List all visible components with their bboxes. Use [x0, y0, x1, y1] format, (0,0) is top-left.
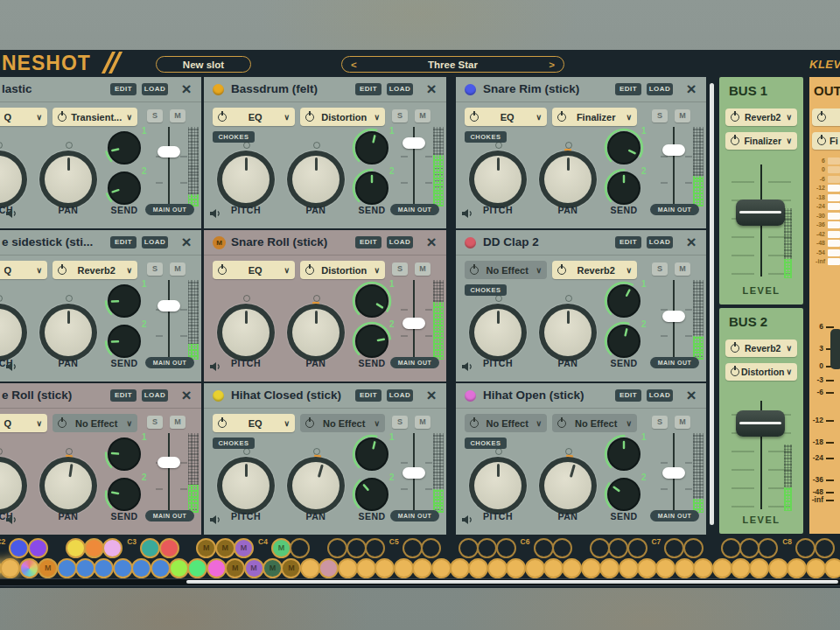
chokes-badge[interactable]: CHOKES [213, 438, 255, 449]
solo-button[interactable]: S [392, 416, 408, 429]
white-key[interactable] [394, 558, 414, 578]
black-key[interactable] [496, 538, 516, 558]
fx-dropdown[interactable]: No Effect∨ [552, 414, 637, 432]
main-out-selector[interactable]: MAIN OUT [650, 204, 699, 215]
black-key[interactable] [590, 538, 610, 558]
speaker-icon[interactable] [461, 513, 473, 528]
send2-knob[interactable] [603, 473, 645, 515]
edit-button[interactable]: EDIT [615, 389, 641, 402]
white-key[interactable] [356, 558, 376, 578]
pan-knob[interactable] [287, 457, 345, 514]
edit-button[interactable]: EDIT [355, 236, 382, 248]
volume-slider-handle[interactable] [662, 467, 685, 479]
solo-button[interactable]: S [392, 262, 408, 276]
volume-slider-handle[interactable] [402, 137, 425, 149]
chokes-badge[interactable]: CHOKES [213, 131, 255, 143]
white-key[interactable] [374, 558, 395, 578]
load-button[interactable]: LOAD [387, 389, 413, 402]
output-fx-dropdown[interactable]: Fi [812, 132, 840, 150]
load-button[interactable]: LOAD [142, 236, 168, 248]
send2-knob[interactable] [351, 167, 393, 209]
speaker-icon[interactable] [209, 513, 221, 528]
black-key[interactable] [552, 538, 572, 558]
speaker-icon[interactable] [5, 513, 18, 528]
vertical-scrollbar[interactable] [710, 83, 714, 525]
pitch-knob[interactable] [217, 304, 275, 361]
close-icon[interactable]: × [683, 79, 699, 100]
white-key[interactable] [637, 558, 657, 578]
black-key[interactable] [28, 538, 48, 558]
white-key[interactable]: M [244, 558, 264, 578]
black-key[interactable]: M [215, 538, 235, 558]
mute-button[interactable]: M [170, 416, 186, 429]
bus-fader-handle[interactable] [736, 410, 785, 437]
white-key[interactable] [187, 558, 207, 578]
white-key[interactable] [675, 558, 695, 578]
volume-slider-handle[interactable] [662, 311, 685, 322]
horizontal-scrollbar[interactable] [0, 578, 840, 586]
speaker-icon[interactable] [5, 206, 18, 222]
white-key[interactable] [468, 558, 488, 578]
speaker-icon[interactable] [209, 360, 221, 375]
white-key[interactable] [318, 558, 339, 578]
black-key[interactable] [365, 538, 385, 558]
white-key[interactable] [731, 558, 751, 578]
white-key[interactable] [693, 558, 713, 578]
send2-knob[interactable] [603, 167, 645, 209]
main-out-selector[interactable]: MAIN OUT [390, 357, 439, 368]
solo-button[interactable]: S [652, 109, 668, 122]
fx-dropdown[interactable]: Reverb2∨ [52, 261, 137, 279]
pan-knob[interactable] [539, 457, 597, 514]
bus-fx-dropdown[interactable]: Reverb2∨ [725, 108, 797, 126]
white-key[interactable] [712, 558, 732, 578]
volume-slider-track[interactable] [168, 127, 170, 206]
fx-dropdown[interactable]: EQ∨ [465, 108, 547, 126]
volume-slider-handle[interactable] [402, 318, 425, 329]
preset-selector[interactable]: < Three Star > [341, 56, 564, 73]
volume-slider-handle[interactable] [158, 300, 180, 312]
white-key[interactable] [806, 558, 826, 578]
chokes-badge[interactable]: CHOKES [465, 131, 507, 143]
white-key[interactable] [749, 558, 769, 578]
pitch-knob[interactable] [469, 150, 527, 208]
white-key[interactable] [169, 558, 189, 578]
white-key[interactable] [599, 558, 620, 578]
white-key[interactable] [787, 558, 807, 578]
master-fader-handle[interactable] [830, 329, 840, 369]
black-key[interactable]: M [196, 538, 216, 558]
main-out-selector[interactable]: MAIN OUT [145, 357, 194, 368]
black-key[interactable] [608, 538, 628, 558]
main-out-selector[interactable]: MAIN OUT [390, 510, 439, 522]
black-key[interactable] [683, 538, 704, 558]
main-out-selector[interactable]: MAIN OUT [145, 204, 194, 215]
pitch-knob[interactable] [0, 304, 27, 361]
black-key[interactable] [739, 538, 760, 558]
white-key[interactable]: M [281, 558, 301, 578]
mute-button[interactable]: M [415, 262, 430, 276]
black-key[interactable] [66, 538, 86, 558]
white-key[interactable] [131, 558, 151, 578]
black-key[interactable]: M [271, 538, 291, 558]
bus-fx-dropdown[interactable]: Finalizer∨ [725, 132, 797, 150]
white-key[interactable] [562, 558, 582, 578]
fx-dropdown[interactable]: Q∨ [0, 108, 47, 126]
chokes-badge[interactable]: CHOKES [465, 438, 507, 449]
white-key[interactable] [431, 558, 452, 578]
fx-dropdown[interactable]: Reverb2∨ [552, 261, 637, 279]
send1-knob[interactable] [603, 433, 645, 475]
bus-fx-dropdown[interactable]: Reverb2∨ [725, 340, 797, 357]
fx-dropdown[interactable]: Distortion∨ [300, 108, 385, 126]
solo-button[interactable]: S [147, 109, 163, 122]
black-key[interactable] [477, 538, 497, 558]
pitch-knob[interactable] [0, 150, 27, 208]
black-key[interactable] [9, 538, 29, 558]
load-button[interactable]: LOAD [647, 83, 673, 95]
fx-dropdown[interactable]: Finalizer∨ [552, 108, 637, 126]
close-icon[interactable]: × [424, 232, 439, 253]
white-key[interactable]: M [225, 558, 245, 578]
bus-fader-handle[interactable] [736, 200, 785, 226]
black-key[interactable]: M [234, 538, 254, 558]
volume-slider-handle[interactable] [662, 144, 685, 156]
white-key[interactable] [655, 558, 676, 578]
send2-knob[interactable] [351, 320, 393, 362]
